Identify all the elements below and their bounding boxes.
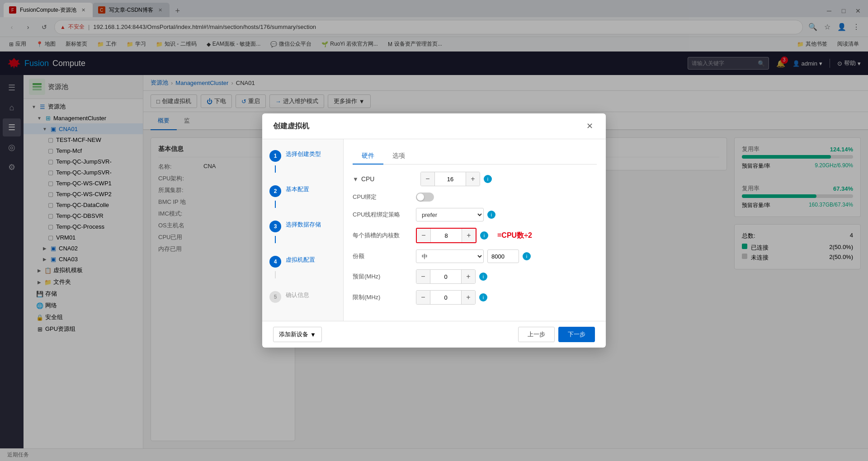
modal-tab-hardware[interactable]: 硬件 [353, 148, 383, 165]
step-3-info: 选择数据存储 [286, 221, 321, 229]
modal-body: 1 选择创建类型 2 基本配置 3 [262, 139, 606, 321]
cpu-header-row: ▼ CPU − + i [353, 172, 597, 186]
wizard-steps: 1 选择创建类型 2 基本配置 3 [262, 139, 344, 321]
cpu-bind-toggle[interactable] [416, 193, 434, 202]
cpu-info-icon[interactable]: i [484, 175, 492, 183]
wizard-step-4: 4 虚拟机配置 [269, 256, 336, 268]
wizard-step-5: 5 确认信息 [269, 291, 336, 303]
prev-step-button[interactable]: 上一步 [518, 327, 555, 342]
next-step-button[interactable]: 下一步 [558, 327, 595, 342]
cpu-value-input[interactable] [434, 172, 466, 186]
step-4-circle: 4 [269, 256, 281, 268]
step-2-info: 基本配置 [286, 185, 309, 193]
step-1-info: 选择创建类型 [286, 150, 321, 158]
cpu-bind-row: CPU绑定 [353, 193, 597, 202]
step-connector-1 [275, 165, 276, 173]
modal-title: 创建虚拟机 [273, 122, 309, 131]
toggle-knob [417, 193, 424, 201]
reserve-mhz-label: 预留(MHz) [353, 273, 416, 281]
share-value-input[interactable] [487, 249, 519, 263]
step-4-info: 虚拟机配置 [286, 256, 315, 264]
step-1-circle: 1 [269, 150, 281, 162]
cpu-thread-label: CPU线程绑定策略 [353, 211, 416, 219]
share-row: 份额 中 i [353, 249, 597, 263]
step-connector-4 [275, 271, 276, 278]
modal-overlay: 创建虚拟机 ✕ 1 选择创建类型 2 基本配置 [0, 0, 868, 461]
modal-header: 创建虚拟机 ✕ [262, 113, 606, 139]
reserve-mhz-row: 预留(MHz) − + i [353, 269, 597, 284]
step-connector-3 [275, 236, 276, 243]
step-3-circle: 3 [269, 221, 281, 232]
step-5-circle: 5 [269, 291, 281, 303]
cpu-bind-label: CPU绑定 [353, 193, 416, 201]
share-select[interactable]: 中 [416, 249, 484, 263]
cpu-section-header: ▼ CPU [353, 175, 420, 183]
modal-content-area: 硬件 选项 ▼ CPU − [344, 139, 606, 321]
modal-footer: 添加新设备 ▼ 上一步 下一步 [262, 321, 606, 348]
reserve-mhz-increment[interactable]: + [462, 270, 475, 283]
share-info-icon[interactable]: i [523, 252, 531, 260]
limit-mhz-info-icon[interactable]: i [479, 293, 487, 301]
step-4-label[interactable]: 虚拟机配置 [286, 256, 315, 264]
wizard-step-1: 1 选择创建类型 [269, 150, 336, 162]
reserve-mhz-info-icon[interactable]: i [479, 273, 487, 281]
cpu-collapse-icon: ▼ [353, 176, 359, 183]
add-device-button[interactable]: 添加新设备 ▼ [273, 327, 322, 342]
reserve-mhz-control: − + i [416, 269, 597, 284]
reserve-mhz-value[interactable] [430, 270, 462, 283]
socket-cores-label: 每个插槽的内核数 [353, 231, 416, 240]
socket-cores-increment[interactable]: + [462, 229, 476, 242]
limit-mhz-increment[interactable]: + [462, 291, 475, 304]
step-2-circle: 2 [269, 185, 281, 197]
cpu-bind-control [416, 193, 597, 202]
share-control: 中 i [416, 249, 597, 263]
footer-action-buttons: 上一步 下一步 [518, 327, 595, 342]
step-5-info: 确认信息 [286, 291, 309, 299]
socket-cores-info-icon[interactable]: i [480, 231, 488, 240]
step-5-label: 确认信息 [286, 291, 309, 299]
socket-cores-value[interactable] [430, 229, 462, 242]
limit-mhz-row: 限制(MHz) − + i [353, 290, 597, 305]
reserve-mhz-decrement[interactable]: − [416, 270, 430, 283]
limit-mhz-label: 限制(MHz) [353, 293, 416, 301]
socket-cores-input: − + [416, 228, 476, 243]
cpu-decrement-button[interactable]: − [421, 172, 434, 186]
socket-cores-control: − + i =CPU数÷2 [416, 228, 597, 243]
step-3-label[interactable]: 选择数据存储 [286, 221, 321, 229]
wizard-step-2: 2 基本配置 [269, 185, 336, 197]
limit-mhz-control: − + i [416, 290, 597, 305]
add-device-label: 添加新设备 [279, 330, 308, 339]
modal-close-button[interactable]: ✕ [584, 121, 595, 132]
cpu-number-input: − + [420, 172, 480, 186]
cpu-thread-control: prefer i [416, 208, 597, 221]
cpu-value-control: − + i [420, 172, 597, 186]
modal-tabs: 硬件 选项 [353, 148, 597, 165]
cpu-label: CPU [361, 175, 375, 183]
cpu-increment-button[interactable]: + [466, 172, 480, 186]
limit-mhz-value[interactable] [430, 291, 462, 304]
cpu-thread-select[interactable]: prefer [416, 208, 484, 221]
limit-mhz-input: − + [416, 290, 476, 305]
create-vm-modal: 创建虚拟机 ✕ 1 选择创建类型 2 基本配置 [262, 113, 606, 348]
limit-mhz-decrement[interactable]: − [416, 291, 430, 304]
step-1-label[interactable]: 选择创建类型 [286, 150, 321, 158]
modal-tab-options[interactable]: 选项 [383, 148, 414, 165]
wizard-step-3: 3 选择数据存储 [269, 221, 336, 232]
reserve-mhz-input: − + [416, 269, 476, 284]
cpu-thread-info-icon[interactable]: i [487, 211, 495, 219]
cpu-thread-row: CPU线程绑定策略 prefer i [353, 208, 597, 221]
cpu-section: ▼ CPU − + i [353, 172, 597, 305]
socket-cores-row: 每个插槽的内核数 − + i =CPU数÷2 [353, 228, 597, 243]
add-device-dropdown-icon: ▼ [310, 331, 316, 338]
socket-cores-decrement[interactable]: − [417, 229, 430, 242]
share-label: 份额 [353, 252, 416, 260]
socket-cores-annotation: =CPU数÷2 [497, 231, 532, 240]
step-2-label[interactable]: 基本配置 [286, 185, 309, 193]
step-connector-2 [275, 201, 276, 208]
